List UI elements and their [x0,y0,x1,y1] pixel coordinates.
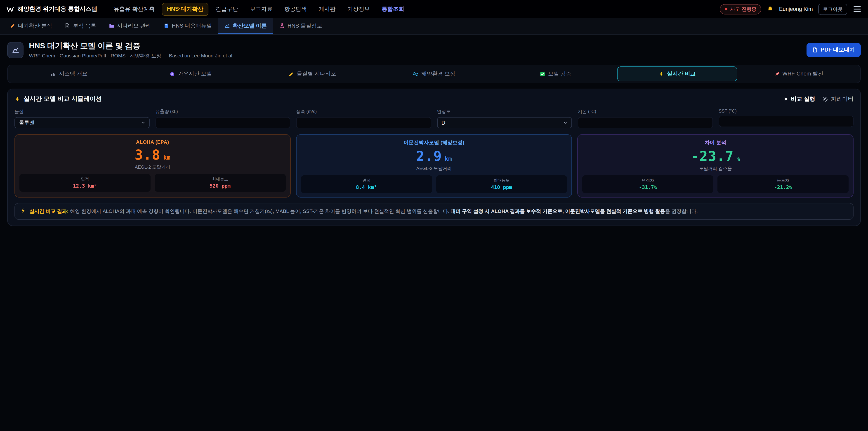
material-select-value: 톨루엔 [19,119,35,126]
nav-item-aerial-search[interactable]: 항공탐색 [280,3,311,15]
app-root: 해양환경 위기대응 통합시스템 유출유 확산예측 HNS·대기확산 긴급구난 보… [0,0,868,431]
chevron-down-icon [563,121,567,125]
check-icon [540,71,546,76]
field-stability: 안정도 D [437,109,572,128]
section-tab-marine-correction[interactable]: 해양환경 보정 [374,66,494,81]
subnav-tab-label: HNS 물질정보 [287,22,322,30]
nav-item-emergency-rescue[interactable]: 긴급구난 [211,3,243,15]
menu-hamburger-icon[interactable] [852,4,862,13]
card-caption: AEGL-2 도달거리 [301,165,567,172]
subnav-tab-hns-substance-info[interactable]: HNS 물질정보 [273,18,329,34]
pdf-export-button[interactable]: PDF 내보내기 [806,43,861,57]
page-subtitle: WRF-Chem · Gaussian Plume/Puff · ROMS · … [29,53,234,59]
chart-icon [224,23,230,29]
stat-value: 410 ppm [438,184,565,190]
spill-volume-input[interactable] [155,117,290,128]
field-material: 물질 톨루엔 [14,109,149,128]
card-caption: 도달거리 감소율 [583,165,848,172]
section-tab-wrf-chem[interactable]: WRF-Chem 발전 [739,66,859,81]
card-value-number: 3.8 [135,147,160,163]
book-icon [164,23,169,29]
subnav-tab-hns-response-manual[interactable]: HNS 대응매뉴얼 [157,18,218,34]
status-dot-icon [725,8,727,10]
subnav-tab-atmospheric-analysis[interactable]: 대기확산 분석 [4,18,59,34]
panel-actions: 비교 실행 파라미터 [784,95,854,103]
stability-select[interactable]: D [437,117,572,128]
subnav-tab-diffusion-model-theory[interactable]: 확산모델 이론 [218,18,273,34]
pdf-document-icon [812,47,817,53]
stat-label: 최대농도 [156,176,284,182]
lightning-icon [659,71,664,76]
stat-max-concentration: 최대농도 410 ppm [436,175,567,193]
folder-icon [109,23,114,29]
panel-title-text: 실시간 모델 비교 시뮬레이션 [24,95,102,103]
section-tab-gaussian-model[interactable]: 가우시안 모델 [131,66,251,81]
nav-item-bulletin-board[interactable]: 게시판 [314,3,340,15]
stat-area: 면적 8.4 km² [301,175,432,193]
nav-item-oil-spill-forecast[interactable]: 유출유 확산예측 [109,3,159,15]
stat-label: 면적차 [584,178,712,184]
section-tab-label: 실시간 비교 [667,70,696,78]
gaussian-circle-icon [170,71,175,76]
logout-button[interactable]: 로그아웃 [818,3,847,15]
main-menu: 유출유 확산예측 HNS·대기확산 긴급구난 보고자료 항공탐색 게시판 기상정… [109,2,715,16]
card-stats: 면적 12.3 km² 최대농도 520 ppm [20,174,285,192]
subnav-tab-analysis-list[interactable]: 분석 목록 [59,18,103,34]
subnav-tab-label: HNS 대응매뉴얼 [172,22,212,30]
field-label: 안정도 [437,109,572,115]
section-tab-label: 물질별 시나리오 [297,70,336,78]
sst-input[interactable] [719,116,854,127]
note-suffix: 을 권장합니다. [665,208,698,214]
page-chart-icon [7,42,24,58]
stat-area-diff: 면적차 -31.7% [583,175,714,193]
brand-logo[interactable]: 해양환경 위기대응 통합시스템 [6,5,97,13]
air-temperature-input[interactable] [578,117,713,128]
material-select[interactable]: 톨루엔 [14,117,149,128]
card-value-unit: km [163,154,170,161]
topnav-right: 사고 진행중 Eunjeong Kim 로그아웃 [720,3,862,15]
card-value: -23.7% [583,148,848,164]
bar-chart-icon [51,71,56,76]
nav-item-weather-info[interactable]: 기상정보 [343,3,375,15]
stat-label: 농도차 [719,178,847,184]
page-title: HNS 대기확산 모델 이론 및 검증 [29,41,234,51]
card-title: 차이 분석 [583,139,848,146]
notification-bell-icon[interactable] [767,6,774,12]
run-comparison-label: 비교 실행 [791,95,815,103]
difference-result-card: 차이 분석 -23.7% 도달거리 감소율 면적차 -31.7% 농도차 -21… [578,134,854,197]
field-sst: SST (°C) [719,109,854,128]
section-tab-realtime-comparison[interactable]: 실시간 비교 [617,66,737,81]
lightning-icon [20,208,26,213]
run-comparison-button[interactable]: 비교 실행 [784,95,815,103]
stability-select-value: D [441,120,445,125]
gear-icon [822,96,828,102]
subnav-tab-scenario-management[interactable]: 시나리오 관리 [102,18,157,34]
subnav-tab-label: 대기확산 분석 [18,22,52,30]
nav-item-hns-atmospheric[interactable]: HNS·대기확산 [162,2,208,16]
section-tab-substance-scenarios[interactable]: 물질별 시나리오 [252,66,373,81]
user-name: Eunjeong Kim [779,6,813,12]
card-title: ALOHA (EPA) [20,139,285,145]
section-tab-label: WRF-Chem 발전 [782,70,823,78]
pencil-icon [289,71,294,76]
field-label: 기온 (°C) [578,109,713,115]
rocket-icon [774,71,780,76]
realtime-comparison-panel: 실시간 모델 비교 시뮬레이션 비교 실행 파라미터 물질 톨루엔 [7,89,861,226]
app-title: 해양환경 위기대응 통합시스템 [18,5,97,13]
section-tab-model-validation[interactable]: 모델 검증 [495,66,616,81]
wind-speed-input[interactable] [296,117,431,128]
section-tab-system-overview[interactable]: 시스템 개요 [9,66,129,81]
section-tab-label: 시스템 개요 [59,70,88,78]
nav-item-reports[interactable]: 보고자료 [246,3,277,15]
field-spill-volume: 유출량 (kL) [155,109,290,128]
stat-concentration-diff: 농도차 -21.2% [717,175,848,193]
field-air-temperature: 기온 (°C) [578,109,713,128]
card-value-number: -23.7 [691,148,734,164]
field-label: SST (°C) [719,109,854,114]
parameters-button[interactable]: 파라미터 [822,95,854,103]
card-value: 3.8km [20,147,285,163]
flask-icon [279,23,285,29]
stat-value: 12.3 km² [21,183,149,189]
field-label: 물질 [14,109,149,115]
nav-item-integrated-search[interactable]: 통합조회 [377,3,409,15]
